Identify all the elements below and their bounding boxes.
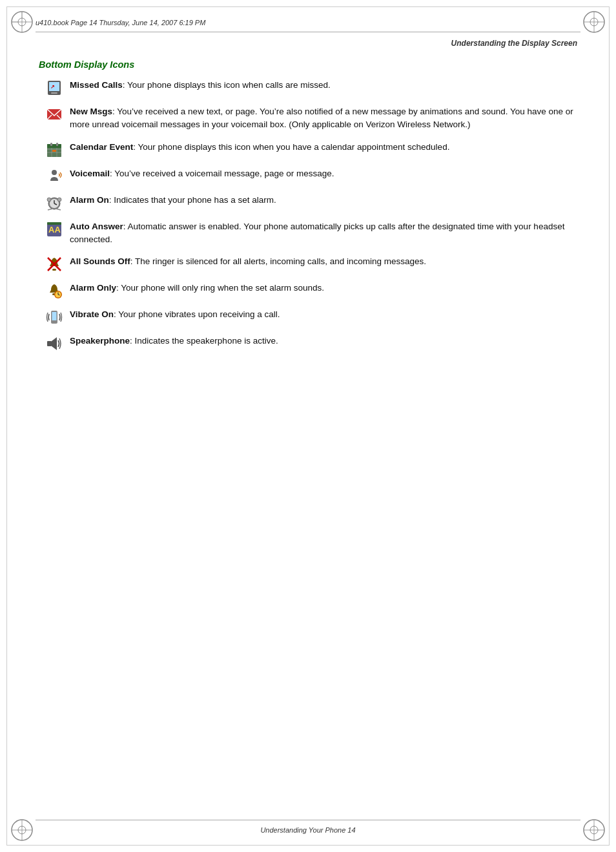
vibrate-on-text: Vibrate On: Your phone vibrates upon rec…: [70, 308, 577, 321]
svg-rect-45: [47, 222, 61, 225]
svg-rect-21: [51, 92, 57, 94]
page-footer: Understanding Your Phone 14: [36, 820, 580, 839]
list-item-new-msgs: New Msgs: You’ve received a new text, or…: [39, 105, 577, 132]
svg-point-34: [52, 170, 57, 175]
speakerphone-text: Speakerphone: Indicates the speakerphone…: [70, 335, 577, 348]
svg-line-41: [48, 209, 53, 210]
svg-line-42: [56, 209, 61, 210]
svg-marker-57: [52, 337, 57, 350]
auto-answer-text: Auto Answer: Automatic answer is enabled…: [70, 220, 577, 247]
alarm-only-text: Alarm Only: Your phone will only ring wh…: [70, 282, 577, 295]
all-sounds-off-text: All Sounds Off: The ringer is silenced f…: [70, 255, 577, 268]
alarm-on-icon: [39, 194, 70, 211]
main-content: Understanding the Display Screen Bottom …: [39, 39, 577, 813]
speakerphone-icon: [39, 335, 70, 352]
corner-mark-br: [581, 817, 607, 843]
list-item-alarm-only: Alarm Only: Your phone will only ring wh…: [39, 282, 577, 299]
alarm-only-icon: [39, 282, 70, 299]
svg-rect-55: [52, 312, 57, 320]
voicemail-icon: [39, 167, 70, 185]
corner-mark-tr: [581, 9, 607, 35]
voicemail-text: Voicemail: You’ve received a voicemail m…: [70, 167, 577, 180]
header-text: u410.book Page 14 Thursday, June 14, 200…: [36, 19, 205, 26]
all-sounds-off-icon: [39, 255, 70, 273]
svg-text:AA: AA: [48, 225, 61, 234]
page-title: Understanding the Display Screen: [39, 39, 577, 50]
svg-rect-27: [50, 143, 52, 146]
missed-calls-icon: ↗: [39, 79, 70, 96]
missed-calls-text: Missed Calls: Your phone displays this i…: [70, 79, 577, 92]
calendar-event-icon: [39, 141, 70, 158]
list-item-speakerphone: Speakerphone: Indicates the speakerphone…: [39, 335, 577, 352]
corner-mark-tl: [9, 9, 35, 35]
icon-list: ↗ Missed Calls: Your phone displays this…: [39, 79, 577, 352]
new-msgs-text: New Msgs: You’ve received a new text, or…: [70, 105, 577, 132]
list-item-auto-answer: AA Auto Answer: Automatic answer is enab…: [39, 220, 577, 247]
list-item-missed-calls: ↗ Missed Calls: Your phone displays this…: [39, 79, 577, 96]
alarm-on-text: Alarm On: Indicates that your phone has …: [70, 194, 577, 207]
page-header: u410.book Page 14 Thursday, June 14, 200…: [36, 13, 580, 32]
svg-rect-56: [47, 341, 52, 346]
list-item-all-sounds-off: All Sounds Off: The ringer is silenced f…: [39, 255, 577, 273]
calendar-event-text: Calendar Event: Your phone displays this…: [70, 141, 577, 154]
svg-rect-46: [52, 269, 56, 271]
svg-rect-26: [47, 144, 61, 148]
list-item-voicemail: Voicemail: You’ve received a voicemail m…: [39, 167, 577, 185]
section-heading: Bottom Display Icons: [39, 59, 577, 70]
svg-rect-28: [56, 143, 58, 146]
vibrate-on-icon: [39, 308, 70, 326]
new-msgs-icon: [39, 105, 70, 123]
svg-text:↗: ↗: [50, 84, 55, 90]
list-item-vibrate-on: Vibrate On: Your phone vibrates upon rec…: [39, 308, 577, 326]
svg-point-40: [57, 198, 61, 202]
svg-rect-33: [52, 150, 56, 152]
corner-mark-bl: [9, 817, 35, 843]
auto-answer-icon: AA: [39, 220, 70, 238]
svg-point-39: [47, 198, 51, 202]
list-item-calendar: Calendar Event: Your phone displays this…: [39, 141, 577, 158]
footer-text: Understanding Your Phone 14: [260, 826, 355, 834]
list-item-alarm-on: Alarm On: Indicates that your phone has …: [39, 194, 577, 211]
